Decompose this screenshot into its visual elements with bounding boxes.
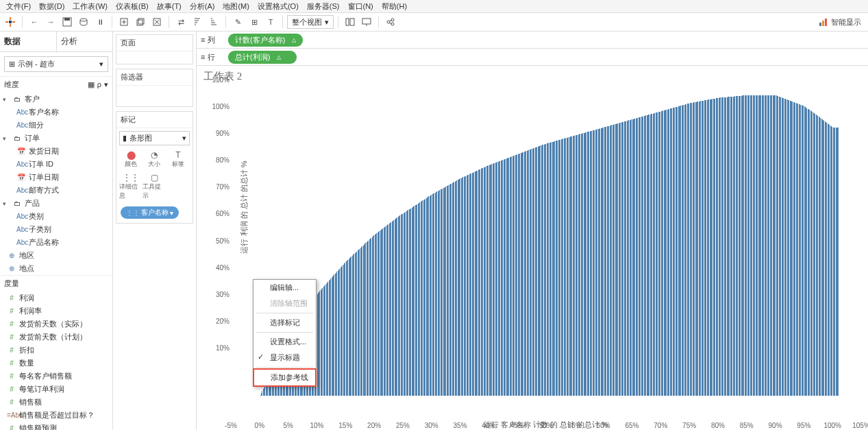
menu-help[interactable]: 帮助(H) (378, 0, 410, 13)
ctx-select-marks[interactable]: 选择标记 (253, 315, 316, 331)
worksheet-title[interactable]: 工作表 2 (197, 66, 868, 87)
columns-shelf[interactable]: ≡列 计数(客户名称)△ (197, 32, 868, 49)
label-icon[interactable]: T (263, 14, 278, 29)
field-发货前天数（计划）[interactable]: #发货前天数（计划） (0, 331, 112, 344)
mark-detail[interactable]: ⋮⋮详细信息 (119, 171, 142, 202)
share-icon[interactable] (383, 14, 398, 29)
group-icon[interactable]: ⊞ (247, 14, 262, 29)
field-订单日期[interactable]: 📅订单日期 (0, 171, 112, 184)
plot-area[interactable] (231, 87, 861, 409)
dimensions-header: 维度 ▦ρ▾ (0, 76, 112, 93)
highlight-icon[interactable]: ✎ (230, 14, 245, 29)
mark-type-selector[interactable]: ▮ 条形图 ▾ (119, 131, 190, 145)
menu-worksheet[interactable]: 工作表(W) (69, 0, 111, 13)
field-发货前天数（实际）[interactable]: #发货前天数（实际） (0, 318, 112, 331)
rows-pill[interactable]: 总计(利润)△ (228, 51, 297, 64)
y-axis[interactable]: 10%20%30%40%50%60%70%80%90%100%110% (207, 87, 231, 396)
pause-updates-icon[interactable]: ⏸ (92, 14, 108, 29)
y-tick: 80% (216, 156, 230, 164)
datasource-selector[interactable]: ⊞ 示例 - 超市 ▾ (4, 56, 108, 72)
field-销售额[interactable]: #销售额 (0, 396, 112, 409)
rows-shelf[interactable]: ≡行 总计(利润)△ (197, 49, 868, 66)
menu-file[interactable]: 文件(F) (3, 0, 34, 13)
worksheet-area: ≡列 计数(客户名称)△ ≡行 总计(利润)△ 工作表 2 运行 利润 的 总计… (197, 32, 868, 430)
field-地区[interactable]: ⊕地区 (0, 249, 112, 262)
field-订单[interactable]: ▾🗀订单 (0, 132, 112, 145)
y-tick: 90% (216, 129, 230, 136)
field-折扣[interactable]: #折扣 (0, 344, 112, 357)
svg-rect-4 (9, 21, 12, 23)
field-订单 ID[interactable]: Abc订单 ID (0, 158, 112, 171)
y-tick: 40% (216, 263, 230, 271)
tableau-logo-icon[interactable] (3, 14, 18, 29)
menu-format[interactable]: 设置格式(O) (254, 0, 302, 13)
svg-rect-18 (362, 19, 371, 24)
ctx-show-title[interactable]: ✓显示标题 (253, 350, 316, 366)
field-利润率[interactable]: #利润率 (0, 304, 112, 318)
new-datasource-icon[interactable] (76, 14, 91, 29)
sort-asc-icon[interactable] (190, 14, 205, 29)
field-产品名称[interactable]: Abc产品名称 (0, 236, 112, 249)
tab-data[interactable]: 数据 (0, 32, 57, 51)
clear-icon[interactable] (149, 14, 164, 29)
menu-analysis[interactable]: 分析(A) (186, 0, 219, 13)
field-销售额预测[interactable]: #销售额预测 (0, 422, 112, 430)
field-每笔订单利润[interactable]: #每笔订单利润 (0, 383, 112, 396)
marks-pill-customer[interactable]: ⋮⋮ 客户名称 ▾ (121, 206, 179, 219)
menu-window[interactable]: 窗口(N) (345, 0, 377, 13)
ctx-add-reference-line[interactable]: 添加参考线 (253, 368, 317, 387)
svg-rect-6 (64, 18, 70, 21)
bar-icon: ▮ (123, 134, 127, 143)
field-子类别[interactable]: Abc子类别 (0, 223, 112, 236)
field-客户名称[interactable]: Abc客户名称 (0, 106, 112, 119)
svg-rect-3 (12, 21, 15, 23)
field-类别[interactable]: Abc类别 (0, 210, 112, 223)
field-地点[interactable]: ⊕地点 (0, 262, 112, 275)
field-利润[interactable]: #利润 (0, 291, 112, 304)
menu-dashboard[interactable]: 仪表板(B) (112, 0, 152, 13)
data-pane: 数据 分析 ⊞ 示例 - 超市 ▾ 维度 ▦ρ▾ ▾🗀客户Abc客户名称Abc细… (0, 32, 113, 430)
field-客户[interactable]: ▾🗀客户 (0, 93, 112, 106)
tab-analysis[interactable]: 分析 (57, 32, 113, 51)
field-销售额是否超过目标？[interactable]: =Abc销售额是否超过目标？ (0, 409, 112, 422)
svg-rect-0 (10, 17, 11, 20)
mark-size[interactable]: ◔大小 (142, 148, 166, 171)
field-发货日期[interactable]: 📅发货日期 (0, 145, 112, 158)
y-tick: 10% (216, 344, 230, 352)
view-toggle-icon[interactable]: ▦ (88, 80, 95, 89)
forward-icon[interactable]: → (43, 14, 58, 29)
back-icon[interactable]: ← (27, 14, 42, 29)
menu-data[interactable]: 数据(D) (36, 0, 68, 13)
save-icon[interactable] (60, 14, 75, 29)
new-worksheet-icon[interactable] (116, 14, 132, 29)
menu-story[interactable]: 故事(T) (153, 0, 185, 13)
columns-icon: ≡ (201, 36, 205, 44)
y-tick: 60% (216, 210, 230, 217)
svg-rect-12 (138, 19, 144, 24)
mark-label[interactable]: T标签 (166, 148, 190, 171)
sort-desc-icon[interactable] (206, 14, 221, 29)
ctx-edit-axis[interactable]: 编辑轴... (253, 280, 316, 296)
field-产品[interactable]: ▾🗀产品 (0, 197, 112, 210)
presentation-icon[interactable] (359, 14, 374, 29)
menu-server[interactable]: 服务器(S) (303, 0, 343, 13)
ctx-format[interactable]: 设置格式... (253, 334, 316, 350)
swap-icon[interactable]: ⇄ (173, 14, 188, 29)
field-数量[interactable]: #数量 (0, 357, 112, 370)
svg-rect-11 (137, 20, 142, 25)
field-每名客户销售额[interactable]: #每名客户销售额 (0, 370, 112, 383)
search-icon[interactable]: ρ (97, 80, 101, 89)
show-cards-icon[interactable] (343, 14, 358, 29)
field-细分[interactable]: Abc细分 (0, 119, 112, 132)
chart[interactable]: 运行 利润 的 总计 的总计 % 10%20%30%40%50%60%70%80… (231, 87, 861, 409)
show-me-button[interactable]: 智能显示 (815, 17, 865, 27)
duplicate-icon[interactable] (133, 14, 148, 29)
columns-pill[interactable]: 计数(客户名称)△ (228, 34, 303, 47)
rows-icon: ≡ (201, 53, 205, 61)
fit-dropdown[interactable]: 整个视图▾ (287, 15, 334, 29)
menu-map[interactable]: 地图(M) (219, 0, 253, 13)
x-axis-label: 运行 客户名称 计数 的 总计 的总计 % (231, 420, 861, 430)
mark-tooltip[interactable]: ▢工具提示 (142, 171, 166, 202)
mark-color[interactable]: ⬤颜色 (119, 148, 142, 171)
field-邮寄方式[interactable]: Abc邮寄方式 (0, 184, 112, 197)
